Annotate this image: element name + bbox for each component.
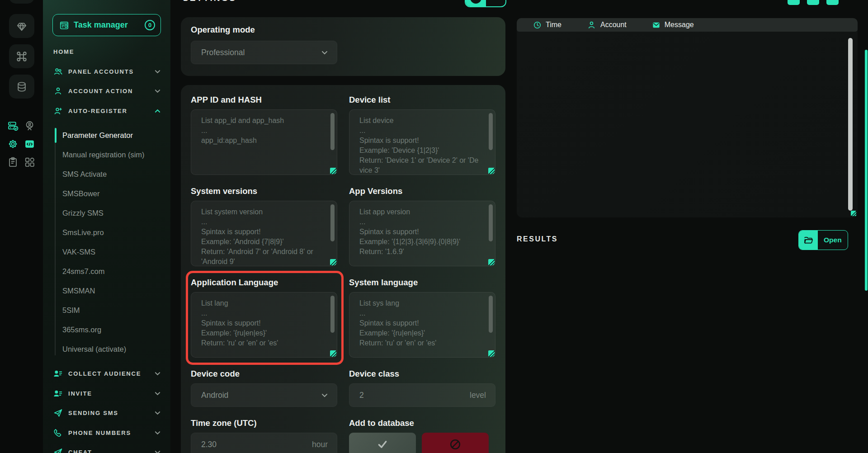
sidebar: Task manager 0 HOME PANEL ACCOUNTSACCOUN… [43, 0, 170, 453]
log-resize-handle[interactable] [851, 211, 856, 216]
textarea-scrollbar[interactable] [330, 296, 335, 333]
chevron-up-icon [155, 109, 160, 113]
placeholder-text: List lang ... Spintax is support! Exampl… [201, 298, 321, 348]
clipboard-icon[interactable] [7, 156, 19, 168]
check-icon [376, 438, 389, 451]
rail-button-cut[interactable] [9, 0, 34, 4]
submenu-item-365sms-org[interactable]: 365sms.org [61, 320, 170, 340]
textarea-resize-handle[interactable] [330, 259, 336, 265]
results-heading: RESULTS [517, 235, 558, 243]
audience-icon [53, 369, 63, 378]
device-class-input[interactable]: 2 level [349, 383, 495, 407]
textarea-resize-handle[interactable] [488, 350, 495, 357]
log-column-account[interactable]: Account [587, 20, 627, 30]
sidebar-item-home[interactable]: HOME [43, 42, 170, 62]
diamond-icon[interactable] [9, 14, 34, 38]
chevron-down-icon [321, 51, 328, 55]
people-icon [53, 67, 63, 76]
gear-icon[interactable] [7, 138, 19, 150]
textarea-device-list[interactable]: List device ... Spintax is support! Exam… [349, 109, 495, 175]
textarea-app-versions[interactable]: List app version ... Spintax is support!… [349, 201, 495, 266]
cut-toolbar-button[interactable] [826, 0, 839, 5]
textarea-resize-handle[interactable] [488, 259, 495, 265]
submenu-item-universal-activate[interactable]: Universal (activate) [61, 340, 170, 359]
grid-icon[interactable] [24, 156, 35, 168]
command-icon[interactable] [9, 44, 34, 68]
toggle-knob [466, 0, 486, 6]
submenu-item-sms-activate[interactable]: SMS Activate [61, 165, 170, 184]
add-to-database-no-button[interactable] [422, 433, 489, 453]
submenu-item-vak-sms[interactable]: VAK-SMS [61, 242, 170, 262]
task-manager-icon [59, 20, 69, 30]
device-code-select[interactable]: Android [191, 383, 337, 407]
submenu-item-smsbower[interactable]: SMSBower [61, 184, 170, 203]
time-zone-label: Time zone (UTC) [191, 418, 337, 428]
server-check-icon[interactable] [7, 120, 19, 132]
device-class-suffix: level [470, 391, 486, 400]
textarea-resize-handle[interactable] [330, 350, 336, 357]
operating-mode-card: Operating mode Professional [181, 17, 505, 76]
sidebar-item-collect-audience[interactable]: COLLECT AUDIENCE [43, 364, 170, 384]
cut-toolbar-button[interactable] [788, 0, 800, 5]
phone-icon [53, 428, 63, 438]
open-results-button[interactable]: Open [798, 230, 848, 250]
sidebar-item-auto-register[interactable]: AUTO-REGISTER [43, 101, 170, 121]
header-toggle[interactable] [465, 0, 506, 7]
textarea-scrollbar[interactable] [330, 204, 335, 241]
submenu-item-smsman[interactable]: SMSMAN [61, 281, 170, 301]
log-column-message[interactable]: Message [652, 21, 694, 29]
log-scrollbar[interactable] [848, 38, 853, 211]
sidebar-item-account-action[interactable]: ACCOUNT ACTION [43, 81, 170, 101]
submenu-item-manual-registration-sim[interactable]: Manual registration (sim) [61, 145, 170, 165]
device-class-label: Device class [349, 369, 495, 379]
textarea-system-versions[interactable]: List system version ... Spintax is suppo… [191, 201, 337, 266]
textarea-resize-handle[interactable] [488, 168, 495, 174]
sidebar-item-sending-sms[interactable]: SENDING SMS [43, 403, 170, 423]
textarea-application-language[interactable]: List lang ... Spintax is support! Exampl… [191, 292, 337, 358]
textarea-scrollbar[interactable] [330, 113, 335, 150]
sidebar-item-phone-numbers[interactable]: PHONE NUMBERS [43, 423, 170, 443]
chevron-down-icon [155, 431, 160, 435]
placeholder-text: List app_id and app_hash ... app_id:app_… [201, 116, 321, 146]
person-plus-icon [53, 106, 63, 116]
clock-icon [533, 21, 542, 29]
textarea-scrollbar[interactable] [489, 296, 493, 333]
person-icon [53, 86, 63, 96]
sidebar-item-panel-accounts[interactable]: PANEL ACCOUNTS [43, 62, 170, 82]
field-label: APP ID and HASH [191, 95, 337, 105]
time-zone-suffix: hour [312, 440, 328, 449]
chevron-down-icon [155, 372, 160, 376]
cut-toolbar-button[interactable] [807, 0, 819, 5]
operating-mode-label: Operating mode [191, 25, 495, 35]
textarea-system-language[interactable]: List sys lang ... Spintax is support! Ex… [349, 292, 495, 358]
sidebar-item-invite[interactable]: INVITE [43, 384, 170, 404]
page-title: SETTINGS [183, 0, 236, 3]
submenu-item-grizzly-sms[interactable]: Grizzly SMS [61, 203, 170, 223]
submenu-item-parameter-generator[interactable]: Parameter Generator [61, 126, 170, 145]
textarea-scrollbar[interactable] [489, 113, 493, 150]
database-icon[interactable] [9, 75, 34, 99]
textarea-resize-handle[interactable] [330, 168, 336, 174]
paper-plane-icon [53, 448, 63, 453]
chevron-down-icon [321, 393, 328, 397]
task-manager-label: Task manager [74, 20, 145, 30]
log-column-time[interactable]: Time [533, 21, 561, 29]
chevron-down-icon [155, 411, 160, 415]
time-zone-input[interactable]: 2.30 hour [191, 433, 337, 453]
field-group-system-versions: System versionsList system version ... S… [191, 186, 337, 266]
textarea-app-id-and-hash[interactable]: List app_id and app_hash ... app_id:app_… [191, 109, 337, 175]
app-rail [0, 0, 43, 453]
textarea-scrollbar[interactable] [489, 204, 493, 241]
task-manager-button[interactable]: Task manager 0 [52, 14, 161, 36]
code-window-icon[interactable] [24, 138, 35, 150]
submenu-item-smslive-pro[interactable]: SmsLive.pro [61, 223, 170, 242]
add-to-database-yes-button[interactable] [349, 433, 416, 453]
account-camera-icon[interactable] [24, 120, 35, 132]
sidebar-item-cheat[interactable]: CHEAT [43, 443, 170, 453]
page-scrollbar[interactable] [865, 50, 868, 291]
submenu-item-5sim[interactable]: 5SIM [61, 301, 170, 320]
field-label: System language [349, 278, 495, 288]
submenu-item-24sms7-com[interactable]: 24sms7.com [61, 262, 170, 281]
placeholder-text: List sys lang ... Spintax is support! Ex… [359, 298, 480, 348]
operating-mode-select[interactable]: Professional [191, 41, 337, 64]
